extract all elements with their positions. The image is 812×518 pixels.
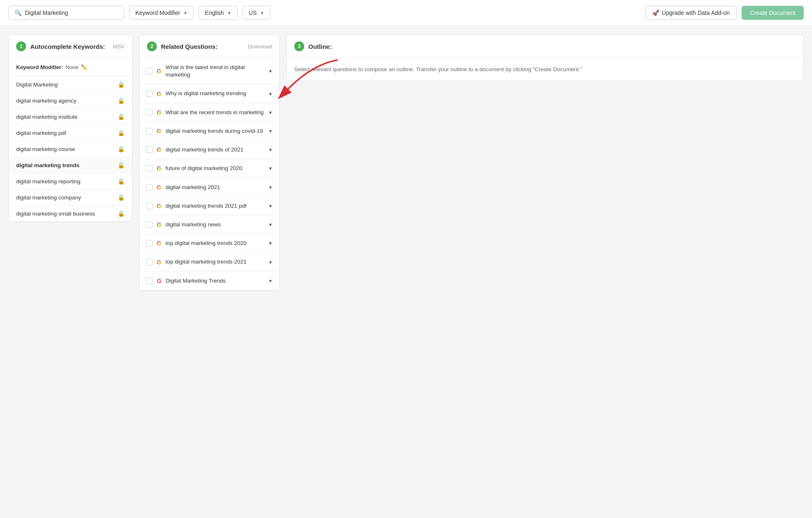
keyword-text: digital marketing agency [16,98,77,104]
step-badge-3: 3 [294,41,304,51]
keyword-item[interactable]: digital marketing institute 🔒 [9,109,132,125]
question-text: top digital marketing trends 2021 [166,258,247,266]
google-icon: G [157,221,161,228]
chevron-down-icon: ▼ [183,11,187,15]
chevron-down-icon[interactable]: ▼ [268,260,273,265]
chevron-down-icon[interactable]: ▼ [268,222,273,227]
question-checkbox[interactable] [146,146,153,153]
question-text: Why is digital marketing trending [166,90,246,97]
keyword-text: Digital Marketing [16,82,58,88]
question-left: G digital marketing trends of 2021 [146,146,264,153]
question-item[interactable]: G Digital Marketing Trends ▼ [139,272,279,290]
keyword-item[interactable]: digital marketing small business 🔒 [9,206,132,222]
question-text: digital marketing trends 2021 pdf [166,202,247,210]
keyword-modifier-dropdown[interactable]: Keyword Modifier ▼ [129,6,194,20]
keyword-text: digital marketing pdf [16,130,66,136]
question-item[interactable]: G top digital marketing trends 2021 ▼ [139,253,279,271]
chevron-down-icon[interactable]: ▼ [268,185,273,190]
chevron-down-icon[interactable]: ▼ [268,166,273,171]
panel3-header: 3 Outline: [287,35,803,58]
question-checkbox[interactable] [146,109,153,116]
country-dropdown[interactable]: US ▼ [243,6,270,20]
chevron-down-icon: ▼ [227,11,231,15]
question-text: top digital marketing trends 2020 [166,240,247,247]
google-icon: G [157,146,161,153]
chevron-down-icon[interactable]: ▼ [268,110,273,115]
google-icon: G [157,259,161,266]
chevron-down-icon[interactable]: ▼ [268,69,273,74]
rocket-icon: 🚀 [652,10,659,16]
question-checkbox[interactable] [146,259,153,266]
question-text: What are the recent trends in marketing [166,109,264,116]
chevron-down-icon[interactable]: ▼ [268,147,273,152]
keyword-text: digital marketing course [16,146,75,152]
keyword-item[interactable]: Digital Marketing 🔒 [9,77,132,93]
panel2-title: 2 Related Questions: [147,41,218,51]
question-text: digital marketing trends of 2021 [166,146,243,153]
google-icon: G [157,184,161,191]
question-item[interactable]: G digital marketing trends 2021 pdf ▼ [139,197,279,216]
lock-icon: 🔒 [118,162,125,168]
chevron-down-icon[interactable]: ▼ [268,278,273,283]
question-left: G digital marketing trends during covid-… [146,127,264,135]
question-left: G Digital Marketing Trends [146,277,264,285]
upgrade-button[interactable]: 🚀 Upgrade with Data Add-on [645,6,737,20]
question-checkbox[interactable] [146,278,153,284]
chevron-down-icon: ▼ [260,11,264,15]
keyword-item[interactable]: digital marketing company 🔒 [9,189,132,206]
question-checkbox[interactable] [146,221,153,228]
question-checkbox[interactable] [146,91,153,97]
chevron-down-icon[interactable]: ▼ [268,204,273,209]
related-questions-panel: 2 Related Questions: Download G What is … [139,34,280,291]
chevron-down-icon[interactable]: ▼ [268,91,273,96]
edit-icon[interactable]: ✏️ [81,64,87,70]
question-item[interactable]: G top digital marketing trends 2020 ▼ [139,234,279,253]
question-left: G What are the recent trends in marketin… [146,109,264,116]
question-item[interactable]: G Why is digital marketing trending ▼ [139,84,279,103]
question-item[interactable]: G digital marketing 2021 ▼ [139,178,279,197]
question-text: digital marketing trends during covid-19 [166,127,263,135]
keyword-text: digital marketing small business [16,211,95,217]
google-icon: G [157,203,161,209]
chevron-down-icon[interactable]: ▼ [268,241,273,246]
keyword-item[interactable]: digital marketing trends 🔒 [9,157,132,173]
google-icon: G [157,68,161,74]
step-badge-1: 1 [16,41,26,51]
keyword-item[interactable]: digital marketing reporting 🔒 [9,173,132,189]
keyword-item[interactable]: digital marketing course 🔒 [9,141,132,157]
language-dropdown[interactable]: English ▼ [199,6,238,20]
question-checkbox[interactable] [146,203,153,209]
keyword-text: digital marketing company [16,194,81,201]
lock-icon: 🔒 [118,97,125,104]
keyword-item[interactable]: digital marketing pdf 🔒 [9,125,132,141]
question-left: G What is the latest trend in digital ma… [146,64,264,79]
panel1-msv-action[interactable]: MSV [113,43,125,50]
keyword-item[interactable]: digital marketing agency 🔒 [9,93,132,109]
google-icon: G [157,278,161,284]
search-input[interactable] [25,10,118,16]
step-badge-2: 2 [147,41,157,51]
question-text: What is the latest trend in digital mark… [166,64,264,79]
google-icon: G [157,240,161,247]
question-item[interactable]: G future of digital marketing 2020 ▼ [139,159,279,178]
lock-icon: 🔒 [118,178,125,185]
panel2-download-action[interactable]: Download [248,43,272,50]
lock-icon: 🔒 [118,130,125,136]
question-item[interactable]: G digital marketing trends of 2021 ▼ [139,141,279,159]
question-item[interactable]: G What are the recent trends in marketin… [139,103,279,122]
question-checkbox[interactable] [146,184,153,191]
chevron-down-icon[interactable]: ▼ [268,129,273,134]
question-item[interactable]: G digital marketing trends during covid-… [139,122,279,141]
keyword-modifier-row: Keyword Modifier: None ✏️ [9,58,132,77]
question-checkbox[interactable] [146,128,153,134]
panel1-title: 1 Autocomplete Keywords: [16,41,105,51]
question-left: G Why is digital marketing trending [146,90,264,97]
keyword-modifier-label: Keyword Modifier [135,10,180,16]
question-item[interactable]: G digital marketing news ▼ [139,216,279,234]
create-document-button[interactable]: Create Document [742,6,804,20]
main-content: 1 Autocomplete Keywords: MSV Keyword Mod… [0,26,812,299]
question-checkbox[interactable] [146,68,153,74]
question-item[interactable]: G What is the latest trend in digital ma… [139,58,279,84]
question-checkbox[interactable] [146,240,153,247]
question-checkbox[interactable] [146,165,153,172]
